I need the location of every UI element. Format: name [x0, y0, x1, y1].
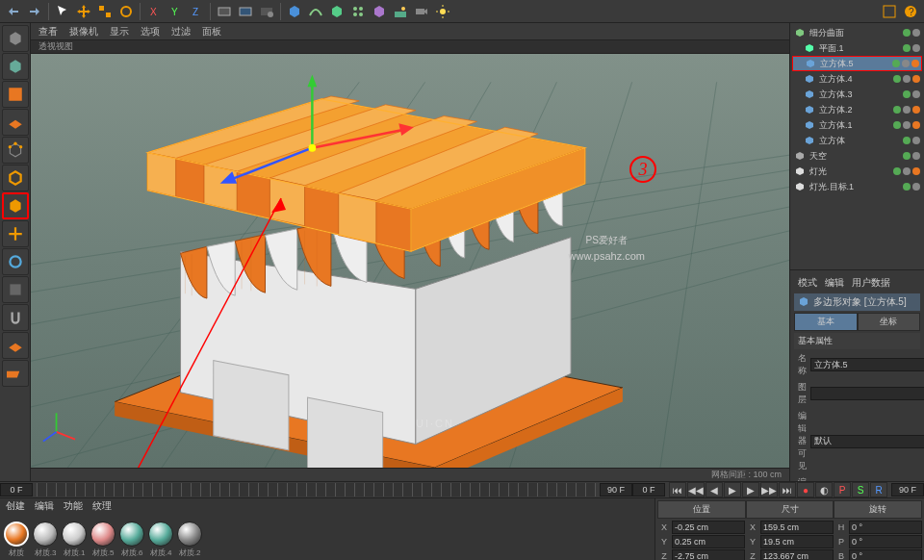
object-row[interactable]: 灯光: [792, 164, 922, 179]
array-button[interactable]: [348, 2, 368, 21]
timeline-start[interactable]: [0, 483, 33, 496]
spline-primitive[interactable]: [306, 2, 325, 21]
model-mode-button[interactable]: [2, 53, 29, 80]
mat-menu-function[interactable]: 功能: [64, 499, 83, 513]
object-row[interactable]: 天空: [792, 148, 922, 164]
redo-button[interactable]: [25, 2, 44, 21]
vp-menu-options[interactable]: 选项: [141, 25, 160, 38]
coord-z-size[interactable]: [760, 549, 834, 560]
zaxis-toggle[interactable]: Z: [187, 2, 206, 21]
nurbs-button[interactable]: [327, 2, 346, 21]
move-tool[interactable]: [74, 2, 93, 21]
attr-tab-userdata[interactable]: 用户数据: [852, 276, 890, 290]
material-item[interactable]: 材质.6: [119, 522, 144, 558]
coord-x-pos[interactable]: [672, 521, 745, 534]
mat-menu-edit[interactable]: 编辑: [35, 499, 54, 513]
attr-editor-vis[interactable]: [810, 435, 924, 448]
attr-tab-mode[interactable]: 模式: [798, 276, 817, 290]
workplane-button[interactable]: [2, 109, 29, 136]
axis-mode-button[interactable]: [2, 220, 29, 247]
attr-name-input[interactable]: [810, 358, 924, 371]
vp-menu-display[interactable]: 显示: [110, 25, 129, 38]
coord-tab-rot[interactable]: 旋转: [834, 500, 922, 519]
edge-mode-button[interactable]: [2, 165, 29, 191]
material-item[interactable]: 材质.3: [33, 522, 58, 558]
mat-menu-texture[interactable]: 纹理: [92, 499, 112, 513]
object-row[interactable]: 立方体.5: [792, 56, 922, 71]
vp-menu-panel[interactable]: 面板: [202, 25, 221, 38]
tl-next-frame[interactable]: ▶: [742, 482, 759, 497]
locked-workplane-button[interactable]: [2, 332, 29, 359]
tl-record[interactable]: ●: [797, 482, 814, 497]
coord-y-rot[interactable]: [849, 535, 922, 548]
viewport-3d[interactable]: 3 PS爱好者www.psahz.com UI·CN: [31, 54, 789, 468]
cube-primitive[interactable]: [285, 2, 304, 21]
yaxis-toggle[interactable]: Y: [166, 2, 185, 21]
deformer-button[interactable]: [370, 2, 389, 21]
object-row[interactable]: 立方体.4: [792, 71, 922, 87]
layout-button[interactable]: [880, 2, 899, 21]
coord-z-pos[interactable]: [672, 549, 745, 560]
help-button[interactable]: ?: [901, 2, 920, 21]
vp-menu-camera[interactable]: 摄像机: [69, 25, 98, 38]
viewport-solo-button[interactable]: [2, 276, 29, 303]
enable-axis-button[interactable]: [2, 248, 29, 275]
object-row[interactable]: 立方体.2: [792, 102, 922, 117]
tl-autokey[interactable]: ◐: [815, 482, 833, 497]
tl-goto-start[interactable]: ⏮: [669, 482, 686, 497]
camera-button[interactable]: [412, 2, 431, 21]
material-item[interactable]: 材质.1: [62, 522, 87, 558]
object-row[interactable]: 立方体.3: [792, 87, 922, 102]
render-region-button[interactable]: [236, 2, 255, 21]
timeline-track[interactable]: [37, 483, 596, 496]
tl-prev-frame[interactable]: ◀: [706, 482, 723, 497]
xaxis-toggle[interactable]: X: [144, 2, 164, 21]
material-item[interactable]: 材质.2: [177, 522, 202, 558]
attr-subtab-coord[interactable]: 坐标: [858, 313, 921, 331]
rotate-tool[interactable]: [116, 2, 136, 21]
environment-button[interactable]: [391, 2, 410, 21]
timeline-max[interactable]: [891, 483, 924, 496]
polygon-mode-button[interactable]: [2, 192, 29, 219]
render-button[interactable]: [215, 2, 234, 21]
object-manager[interactable]: 细分曲面平面.1立方体.5立方体.4立方体.3立方体.2立方体.1立方体天空灯光…: [790, 23, 924, 269]
tl-next-key[interactable]: ▶▶: [760, 482, 778, 497]
tl-key-rot[interactable]: R: [870, 482, 887, 497]
material-item[interactable]: 材质.5: [90, 522, 116, 558]
object-row[interactable]: 细分曲面: [792, 25, 922, 40]
render-settings-button[interactable]: [257, 2, 276, 21]
vp-menu-filter[interactable]: 过滤: [171, 25, 191, 38]
planar-workplane-button[interactable]: [2, 360, 29, 387]
object-row[interactable]: 立方体.1: [792, 117, 922, 133]
tl-prev-key[interactable]: ◀◀: [687, 482, 705, 497]
timeline-end[interactable]: [600, 483, 632, 496]
object-row[interactable]: 灯光.目标.1: [792, 179, 922, 194]
scale-tool[interactable]: [95, 2, 115, 21]
material-item[interactable]: 材质: [4, 522, 29, 558]
undo-button[interactable]: [4, 2, 23, 21]
object-row[interactable]: 平面.1: [792, 40, 922, 56]
coord-y-size[interactable]: [760, 535, 834, 548]
attr-tab-edit[interactable]: 编辑: [825, 276, 844, 290]
snap-button[interactable]: [2, 304, 29, 331]
select-tool[interactable]: [53, 2, 72, 21]
attr-subtab-basic[interactable]: 基本: [794, 313, 858, 331]
object-row[interactable]: 立方体: [792, 133, 922, 148]
tl-key-pos[interactable]: P: [834, 482, 851, 497]
coord-z-rot[interactable]: [849, 549, 922, 560]
tl-goto-end[interactable]: ⏭: [779, 482, 796, 497]
texture-mode-button[interactable]: [2, 81, 29, 108]
attr-layer-input[interactable]: [810, 387, 924, 400]
coord-x-rot[interactable]: [849, 521, 922, 534]
light-button[interactable]: [433, 2, 452, 21]
mat-menu-create[interactable]: 创建: [6, 499, 25, 513]
vp-menu-view[interactable]: 查看: [38, 25, 58, 38]
tl-key-scale[interactable]: S: [852, 482, 869, 497]
make-editable-button[interactable]: [2, 25, 29, 52]
timeline-current[interactable]: [632, 483, 665, 496]
coord-tab-size[interactable]: 尺寸: [746, 500, 834, 519]
material-item[interactable]: 材质.4: [148, 522, 173, 558]
tl-play[interactable]: ▶: [724, 482, 741, 497]
coord-y-pos[interactable]: [672, 535, 745, 548]
point-mode-button[interactable]: [2, 137, 29, 164]
